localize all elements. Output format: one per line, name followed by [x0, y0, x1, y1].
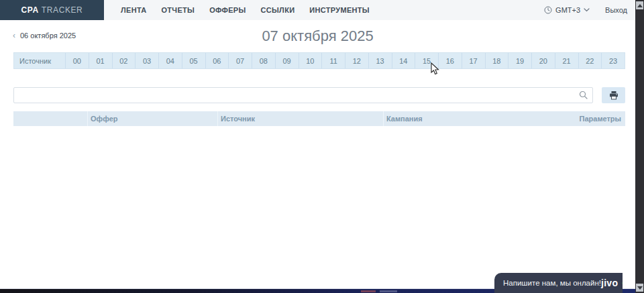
hours-header-row: Источник 00 01 02 03 04 05 06 07 08 09 1…: [13, 52, 625, 69]
hour-cell: 07: [228, 53, 252, 68]
jivo-logo: jivo: [601, 278, 618, 288]
clock-icon: [544, 6, 552, 14]
timezone-dropdown[interactable]: GMT+3: [544, 6, 590, 14]
menu-item-offery[interactable]: ОФФЕРЫ: [202, 0, 253, 20]
scroll-up-button[interactable]: [636, 1, 643, 9]
timezone-label: GMT+3: [555, 6, 580, 14]
hour-cell: 23: [601, 53, 625, 68]
scroll-up-icon: [637, 4, 643, 7]
search-input[interactable]: [13, 87, 593, 103]
bottom-strip-red-segment: [361, 290, 376, 292]
search-icon: [579, 91, 588, 99]
scroll-down-icon: [637, 286, 643, 290]
chat-message: Напишите нам, мы онлайн!: [494, 279, 601, 287]
hour-cell: 09: [275, 53, 299, 68]
hour-cell: 22: [578, 53, 602, 68]
hour-cell: 08: [252, 53, 275, 68]
main-menu: ЛЕНТА ОТЧЕТЫ ОФФЕРЫ ССЫЛКИ ИНСТРУМЕНТЫ: [113, 0, 377, 20]
bottom-strip-grey-segment: [380, 290, 397, 292]
vertical-scrollbar[interactable]: [635, 0, 644, 293]
hour-cell: 00: [65, 53, 89, 68]
search-field-wrap: [13, 87, 593, 103]
hour-cell: 03: [135, 53, 158, 68]
menu-item-lenta[interactable]: ЛЕНТА: [113, 0, 154, 20]
column-header-empty: [13, 111, 87, 126]
hour-cell: 10: [299, 53, 322, 68]
hour-cell: 20: [531, 53, 555, 68]
hour-cell: 16: [438, 53, 462, 68]
jivo-chat-widget[interactable]: Напишите нам, мы онлайн! jivo: [494, 273, 623, 293]
hour-cell: 05: [182, 53, 205, 68]
hour-cell: 21: [555, 53, 578, 68]
topbar-right-group: GMT+3 Выход: [544, 0, 635, 20]
hours-source-header: Источник: [14, 53, 65, 68]
hour-cell: 02: [112, 53, 136, 68]
hour-cell: 19: [508, 53, 531, 68]
menu-item-instrumenty[interactable]: ИНСТРУМЕНТЫ: [302, 0, 377, 20]
menu-item-otchety[interactable]: ОТЧЕТЫ: [154, 0, 202, 20]
column-header-source: Источник: [217, 111, 383, 126]
chevron-down-icon: [584, 8, 590, 12]
hour-cell: 06: [205, 53, 229, 68]
hour-cell: 04: [158, 53, 182, 68]
top-navigation-bar: CPA TRACKER ЛЕНТА ОТЧЕТЫ ОФФЕРЫ ССЫЛКИ И…: [0, 0, 635, 20]
print-button[interactable]: [602, 87, 625, 103]
jivo-leaf-icon: [622, 273, 623, 293]
column-header-campaign: Кампания: [383, 111, 558, 126]
hour-cell: 15: [415, 53, 438, 68]
scroll-down-button[interactable]: [636, 284, 643, 292]
logout-button[interactable]: Выход: [605, 6, 627, 14]
menu-item-ssylki[interactable]: ССЫЛКИ: [254, 0, 303, 20]
print-icon: [609, 91, 619, 100]
app-logo[interactable]: CPA TRACKER: [0, 0, 104, 20]
hour-cell: 14: [392, 53, 415, 68]
hour-cell: 18: [485, 53, 508, 68]
column-header-offer: Оффер: [87, 111, 217, 126]
report-table-header: Оффер Источник Кампания Параметры: [13, 111, 625, 126]
page-title: 07 октября 2025: [0, 27, 635, 45]
logo-text-light: TRACKER: [42, 5, 83, 15]
hour-cell: 13: [368, 53, 392, 68]
hour-cell: 17: [462, 53, 485, 68]
hour-cell: 12: [345, 53, 368, 68]
hour-cell: 11: [321, 53, 345, 68]
logo-text-bold: CPA: [21, 5, 39, 15]
hour-cell: 01: [89, 53, 112, 68]
column-header-params: Параметры: [558, 111, 625, 126]
